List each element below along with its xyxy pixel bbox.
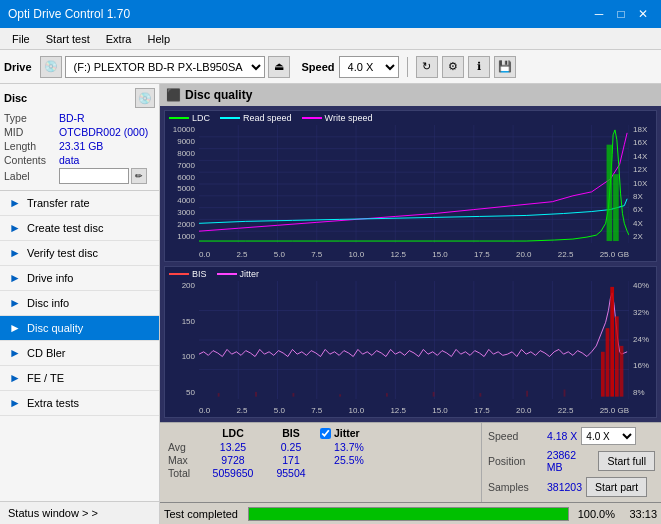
samples-label: Samples [488,481,543,493]
sidebar-item-extra-tests-label: Extra tests [27,397,79,409]
menu-bar: File Start test Extra Help [0,28,661,50]
refresh-button[interactable]: ↻ [416,56,438,78]
sidebar-item-transfer-rate-label: Transfer rate [27,197,90,209]
disc-mid-label: MID [4,126,59,138]
start-part-button[interactable]: Start part [586,477,647,497]
drive-icon-btn[interactable]: 💿 [40,56,62,78]
status-time: 33:13 [619,508,657,520]
content-header-icon: ⬛ [166,88,181,102]
menu-extra[interactable]: Extra [98,31,140,47]
svg-rect-48 [526,391,528,397]
sidebar-item-disc-quality[interactable]: ► Disc quality [0,316,159,341]
drive-info-icon: ► [8,271,22,285]
sidebar-item-create-test-disc-label: Create test disc [27,222,103,234]
jitter-header: Jitter [334,427,360,439]
disc-info-icon: ► [8,296,22,310]
content-area: ⬛ Disc quality LDC Read speed [160,84,661,524]
bottom-chart-svg-wrapper [199,281,629,399]
svg-rect-21 [613,174,619,241]
samples-row: Samples 381203 Start part [488,477,655,497]
nav-items: ► Transfer rate ► Create test disc ► Ver… [0,191,159,501]
sidebar: Disc 💿 Type BD-R MID OTCBDR002 (000) Len… [0,84,160,524]
start-full-button[interactable]: Start full [598,451,655,471]
disc-refresh-button[interactable]: 💿 [135,88,155,108]
sidebar-item-fe-te[interactable]: ► FE / TE [0,366,159,391]
legend-bis-label: BIS [192,269,207,279]
legend-jitter-color [217,273,237,275]
sidebar-item-extra-tests[interactable]: ► Extra tests [0,391,159,416]
disc-panel: Disc 💿 Type BD-R MID OTCBDR002 (000) Len… [0,84,159,191]
bottom-chart-legend: BIS Jitter [169,269,259,279]
minimize-button[interactable]: ─ [589,5,609,23]
svg-rect-46 [433,392,435,397]
disc-label-button[interactable]: ✏ [131,168,147,184]
jitter-checkbox[interactable] [320,428,331,439]
close-button[interactable]: ✕ [633,5,653,23]
ldc-header: LDC [204,427,262,439]
max-label: Max [168,454,204,466]
drive-dropdown[interactable]: (F:) PLEXTOR BD-R PX-LB950SA 1.06 [65,56,265,78]
speed-dropdown[interactable]: 4.0 X [339,56,399,78]
settings-button[interactable]: ⚙ [442,56,464,78]
speed-label: Speed [302,61,335,73]
sidebar-item-create-test-disc[interactable]: ► Create test disc [0,216,159,241]
speed-row: Speed 4.18 X 4.0 X [488,427,655,445]
main-layout: Disc 💿 Type BD-R MID OTCBDR002 (000) Len… [0,84,661,524]
sidebar-item-cd-bler-label: CD Bler [27,347,66,359]
title-bar: Opti Drive Control 1.70 ─ □ ✕ [0,0,661,28]
disc-label-input[interactable] [59,168,129,184]
menu-file[interactable]: File [4,31,38,47]
avg-bis: 0.25 [262,441,320,453]
avg-jitter: 13.7% [320,441,378,453]
speed-stat-value: 4.18 X [547,430,577,442]
menu-help[interactable]: Help [139,31,178,47]
eject-button[interactable]: ⏏ [268,56,290,78]
bis-header: BIS [262,427,320,439]
stats-bar: LDC BIS Jitter Avg 13.25 0.25 13.7% [160,422,661,502]
disc-label-row: Label ✏ [4,168,155,184]
sidebar-item-transfer-rate[interactable]: ► Transfer rate [0,191,159,216]
total-label: Total [168,467,204,479]
svg-rect-49 [564,390,566,397]
total-ldc: 5059650 [204,467,262,479]
svg-rect-47 [479,393,481,397]
top-chart-svg-wrapper [199,125,629,243]
bottom-area: LDC BIS Jitter Avg 13.25 0.25 13.7% [160,422,661,524]
svg-rect-42 [255,392,257,397]
top-chart-svg [199,125,629,243]
samples-value: 381203 [547,481,582,493]
avg-ldc: 13.25 [204,441,262,453]
sidebar-item-disc-info-label: Disc info [27,297,69,309]
legend-ldc-color [169,117,189,119]
jitter-header-container: Jitter [320,427,360,439]
disc-title: Disc [4,92,27,104]
content-title: Disc quality [185,88,252,102]
info-button[interactable]: ℹ [468,56,490,78]
svg-rect-39 [615,316,619,396]
sidebar-item-fe-te-label: FE / TE [27,372,64,384]
maximize-button[interactable]: □ [611,5,631,23]
top-chart-legend: LDC Read speed Write speed [169,113,372,123]
menu-start-test[interactable]: Start test [38,31,98,47]
max-jitter: 25.5% [320,454,378,466]
verify-test-disc-icon: ► [8,246,22,260]
stats-total-row: Total 5059650 95504 [168,467,473,479]
save-button[interactable]: 💾 [494,56,516,78]
sidebar-item-disc-info[interactable]: ► Disc info [0,291,159,316]
top-chart-y-left: 10000 9000 8000 7000 6000 5000 4000 3000… [165,125,197,241]
disc-contents-label: Contents [4,154,59,166]
bottom-chart: BIS Jitter 200 150 100 50 40% [164,266,657,418]
sidebar-item-verify-test-disc-label: Verify test disc [27,247,98,259]
top-chart-y-right: 18X 16X 14X 12X 10X 8X 6X 4X 2X [631,125,656,241]
status-bar: Test completed 100.0% 33:13 [160,502,661,524]
speed-stat-select[interactable]: 4.0 X [581,427,636,445]
legend-write-speed-label: Write speed [325,113,373,123]
sidebar-item-cd-bler[interactable]: ► CD Bler [0,341,159,366]
sidebar-item-drive-info[interactable]: ► Drive info [0,266,159,291]
status-window-button[interactable]: Status window > > [0,501,159,524]
legend-jitter-label: Jitter [240,269,260,279]
fe-te-icon: ► [8,371,22,385]
stats-spacer [168,427,204,439]
disc-type-value: BD-R [59,112,85,124]
sidebar-item-verify-test-disc[interactable]: ► Verify test disc [0,241,159,266]
